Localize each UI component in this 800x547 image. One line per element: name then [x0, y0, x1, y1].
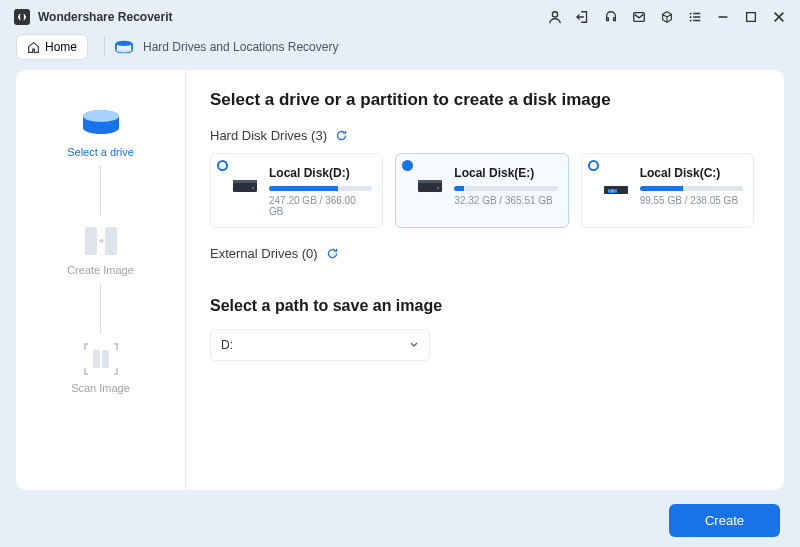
- save-path-heading: Select a path to save an image: [210, 297, 754, 315]
- svg-point-6: [116, 41, 132, 46]
- drive-card[interactable]: Local Disk(C:)99.55 GB / 238.05 GB: [581, 153, 754, 228]
- titlebar-right: [548, 10, 786, 24]
- disk-icon: [602, 170, 630, 198]
- drive-radio[interactable]: [588, 160, 599, 171]
- svg-point-3: [690, 16, 692, 18]
- drives-row: Local Disk(D:)247.20 GB / 366.00 GBLocal…: [210, 153, 754, 228]
- breadcrumb-text: Hard Drives and Locations Recovery: [143, 40, 338, 54]
- drive-info: Local Disk(D:)247.20 GB / 366.00 GB: [269, 166, 372, 217]
- sidebar-connector: [100, 166, 101, 216]
- svg-point-2: [690, 13, 692, 15]
- hard-disk-label-text: Hard Disk Drives (3): [210, 128, 327, 143]
- svg-rect-5: [747, 13, 756, 22]
- drive-size: 99.55 GB / 238.05 GB: [640, 195, 743, 206]
- mail-icon[interactable]: [632, 10, 646, 24]
- svg-rect-12: [102, 350, 109, 368]
- titlebar-left: Wondershare Recoverit: [14, 9, 173, 25]
- drive-name: Local Disk(D:): [269, 166, 372, 180]
- svg-point-8: [83, 110, 119, 122]
- home-button[interactable]: Home: [16, 34, 88, 60]
- svg-rect-22: [612, 189, 617, 191]
- footer: Create: [669, 504, 780, 537]
- refresh-icon[interactable]: [335, 129, 348, 142]
- create-image-step-icon: [77, 224, 125, 258]
- svg-point-4: [690, 20, 692, 22]
- drive-card[interactable]: Local Disk(D:)247.20 GB / 366.00 GB: [210, 153, 383, 228]
- breadcrumb-divider: [104, 37, 105, 57]
- app-title: Wondershare Recoverit: [38, 10, 173, 24]
- svg-point-0: [552, 12, 557, 17]
- harddrive-icon: [113, 38, 135, 56]
- login-icon[interactable]: [576, 10, 590, 24]
- headset-icon[interactable]: [604, 10, 618, 24]
- disk-icon: [416, 170, 444, 198]
- drive-step-icon: [77, 106, 125, 140]
- breadcrumb: Hard Drives and Locations Recovery: [104, 37, 338, 57]
- svg-rect-21: [608, 189, 612, 191]
- svg-rect-11: [93, 350, 100, 368]
- svg-rect-9: [85, 227, 97, 255]
- close-icon[interactable]: [772, 10, 786, 24]
- scan-image-step-icon: [77, 342, 125, 376]
- menu-icon[interactable]: [688, 10, 702, 24]
- drive-card[interactable]: Local Disk(E:)32.32 GB / 365.51 GB: [395, 153, 568, 228]
- drive-info: Local Disk(C:)99.55 GB / 238.05 GB: [640, 166, 743, 217]
- user-icon[interactable]: [548, 10, 562, 24]
- external-drives-section-label: External Drives (0): [210, 246, 754, 261]
- svg-rect-1: [634, 13, 645, 22]
- usage-bar: [269, 186, 372, 191]
- sidebar-step-label: Scan Image: [71, 382, 130, 394]
- main-panel: Select a drive Create Image Scan Image S…: [16, 70, 784, 490]
- sidebar-step-scan-image[interactable]: Scan Image: [16, 342, 185, 394]
- svg-rect-24: [612, 191, 617, 193]
- external-label-text: External Drives (0): [210, 246, 318, 261]
- maximize-icon[interactable]: [744, 10, 758, 24]
- toolbar: Home Hard Drives and Locations Recovery: [0, 34, 800, 70]
- create-button[interactable]: Create: [669, 504, 780, 537]
- home-icon: [27, 41, 40, 54]
- save-path-select[interactable]: D:: [210, 329, 430, 361]
- home-label: Home: [45, 40, 77, 54]
- disk-icon: [231, 170, 259, 198]
- svg-point-18: [437, 187, 439, 189]
- drive-radio[interactable]: [402, 160, 413, 171]
- refresh-icon[interactable]: [326, 247, 339, 260]
- titlebar: Wondershare Recoverit: [0, 0, 800, 34]
- svg-point-15: [252, 187, 254, 189]
- usage-bar: [454, 186, 557, 191]
- svg-rect-10: [105, 227, 117, 255]
- drive-size: 32.32 GB / 365.51 GB: [454, 195, 557, 206]
- svg-rect-23: [608, 191, 612, 193]
- drive-size: 247.20 GB / 366.00 GB: [269, 195, 372, 217]
- svg-rect-17: [418, 180, 442, 183]
- box-icon[interactable]: [660, 10, 674, 24]
- sidebar-step-label: Create Image: [67, 264, 134, 276]
- drive-name: Local Disk(C:): [640, 166, 743, 180]
- sidebar: Select a drive Create Image Scan Image: [16, 70, 186, 490]
- usage-bar: [640, 186, 743, 191]
- chevron-down-icon: [409, 340, 419, 350]
- sidebar-step-label: Select a drive: [67, 146, 134, 158]
- drive-name: Local Disk(E:): [454, 166, 557, 180]
- app-logo: [14, 9, 30, 25]
- sidebar-step-create-image[interactable]: Create Image: [16, 224, 185, 276]
- hard-disk-section-label: Hard Disk Drives (3): [210, 128, 754, 143]
- save-path-value: D:: [221, 338, 233, 352]
- drive-info: Local Disk(E:)32.32 GB / 365.51 GB: [454, 166, 557, 217]
- minimize-icon[interactable]: [716, 10, 730, 24]
- drive-radio[interactable]: [217, 160, 228, 171]
- sidebar-connector: [100, 284, 101, 334]
- page-heading: Select a drive or a partition to create …: [210, 90, 754, 110]
- content-area: Select a drive or a partition to create …: [186, 70, 784, 490]
- svg-rect-14: [233, 180, 257, 183]
- sidebar-step-select-drive[interactable]: Select a drive: [16, 106, 185, 158]
